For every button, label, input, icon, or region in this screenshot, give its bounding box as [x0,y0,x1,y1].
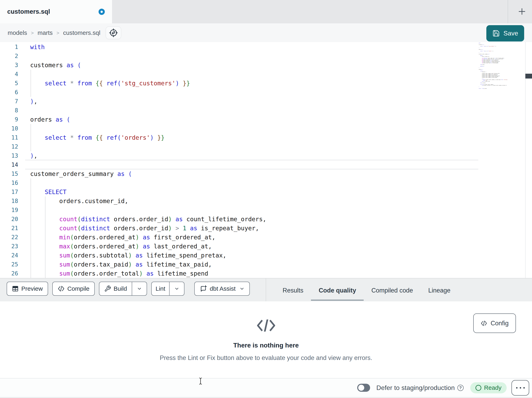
line-number-gutter: 1234567891011121314151617181920212223242… [0,42,25,278]
code-line-4: ​ [30,70,478,79]
tab-results[interactable]: Results [275,278,311,301]
config-button-label: Config [491,320,509,327]
help-circle-icon[interactable]: ? [457,385,464,391]
line-number: 19 [0,206,25,215]
save-button-label: Save [503,30,518,37]
code-content[interactable]: with​customers as (​ select * from {{ re… [25,42,478,278]
tab-customers-sql[interactable]: customers.sql [0,0,112,23]
line-number: 2 [0,52,25,61]
dbt-assist-button[interactable]: dbt Assist [194,282,250,296]
compile-button[interactable]: Compile [52,282,95,296]
editor-scrollbar-marker[interactable] [525,74,532,78]
line-number: 25 [0,260,25,269]
breadcrumb-item-marts[interactable]: marts [38,29,53,36]
compass-icon [109,28,118,38]
line-number: 22 [0,233,25,242]
line-number: 24 [0,251,25,260]
code-line-1: with [30,42,478,52]
defer-toggle[interactable] [357,384,370,392]
line-number: 16 [0,178,25,187]
tab-compiled-code[interactable]: Compiled code [364,278,421,301]
code-line-3: customers as ( [30,61,478,70]
button-label: Build [114,285,127,292]
status-label: Ready [484,384,502,391]
line-number: 26 [0,269,25,278]
button-label: dbt Assist [210,285,235,292]
breadcrumb-item-customers-sql[interactable]: customers.sql [63,29,100,36]
build-button[interactable]: Build [99,282,132,295]
code-line-8: ​ [30,106,478,115]
indent-guide [45,196,45,278]
code-line-16: ​ [30,178,478,187]
open-in-lineage-button[interactable] [106,26,121,39]
status-bar: Defer to staging/production ? Ready [0,378,532,398]
tab-label: customers.sql [7,8,50,15]
editor-tabstrip: customers.sql [0,0,532,23]
line-number: 12 [0,142,25,151]
new-tab-button[interactable] [516,6,528,17]
code-line-11: select * from {{ ref('orders') }} [30,133,478,142]
toolbar-divider [266,278,266,301]
unsaved-changes-dot-icon [99,9,105,15]
wrench-icon [104,285,111,292]
status-circle-icon [475,385,481,391]
breadcrumb-separator: > [31,30,34,36]
code-line-25: sum(orders.tax_paid) as lifetime_tax_pai… [30,260,478,269]
chevron-down-icon [174,286,179,291]
chat-plus-icon [200,285,207,293]
code-line-22: min(orders.ordered_at) as first_ordered_… [30,233,478,242]
line-number: 21 [0,224,25,233]
code-line-18: orders.customer_id, [30,196,478,206]
code-line-23: max(orders.ordered_at) as last_ordered_a… [30,242,478,251]
table-icon [12,285,19,292]
breadcrumb-separator: > [57,30,59,36]
tab-lineage[interactable]: Lineage [421,278,458,301]
code-line-7: ), [30,97,478,106]
build-dropdown-button[interactable] [132,282,147,295]
code-line-2: ​ [30,52,478,61]
ellipsis-icon [516,387,518,389]
line-number: 17 [0,187,25,196]
indent-guide [31,70,31,97]
breadcrumb: models>marts>customers.sql [8,23,121,42]
code-line-24: sum(orders.subtotal) as lifetime_spend_p… [30,251,478,260]
code-line-9: orders as ( [30,115,478,124]
lint-button[interactable]: Lint [152,282,169,295]
chevron-down-icon [137,286,142,291]
tab-code-quality[interactable]: Code quality [311,278,364,301]
line-number: 18 [0,196,25,206]
code-line-21: count(distinct orders.order_id) > 1 as i… [30,224,478,233]
toggle-knob [358,385,364,391]
config-button[interactable]: Config [473,313,516,333]
line-number: 23 [0,242,25,251]
code-editor[interactable]: 1234567891011121314151617181920212223242… [0,42,532,278]
line-number: 14 [0,160,25,169]
editor-toolbar: PreviewCompileBuildLintdbt Assist Result… [0,278,532,301]
line-number: 7 [0,97,25,106]
code-line-26: sum(orders.order_total) as lifetime_spen… [30,269,478,278]
more-options-button[interactable] [512,380,529,396]
line-number: 9 [0,115,25,124]
tabstrip-divider [508,0,508,23]
empty-state-subtitle: Press the Lint or Fix button above to ev… [160,354,372,362]
empty-state: There is nothing here Press the Lint or … [0,301,532,362]
preview-button[interactable]: Preview [7,282,48,296]
line-number: 8 [0,106,25,115]
code-line-15: customer_orders_summary as ( [30,169,478,178]
save-button[interactable]: Save [486,25,524,41]
line-number: 6 [0,88,25,97]
empty-state-title: There is nothing here [233,342,299,349]
code-icon [481,321,487,326]
code-line-12: ​ [30,142,478,151]
code-line-17: SELECT [30,187,478,196]
editor-minimap[interactable]: with​customers as (​ select * from {{ re… [478,43,525,277]
code-line-13: ), [30,151,478,160]
code-quality-panel: There is nothing here Press the Lint or … [0,301,532,378]
build-button-group: Build [99,282,147,296]
lint-dropdown-button[interactable] [170,282,184,295]
code-icon [57,286,65,292]
line-number: 11 [0,133,25,142]
breadcrumb-item-models[interactable]: models [8,29,27,36]
line-number: 4 [0,70,25,79]
status-badge[interactable]: Ready [470,382,507,393]
